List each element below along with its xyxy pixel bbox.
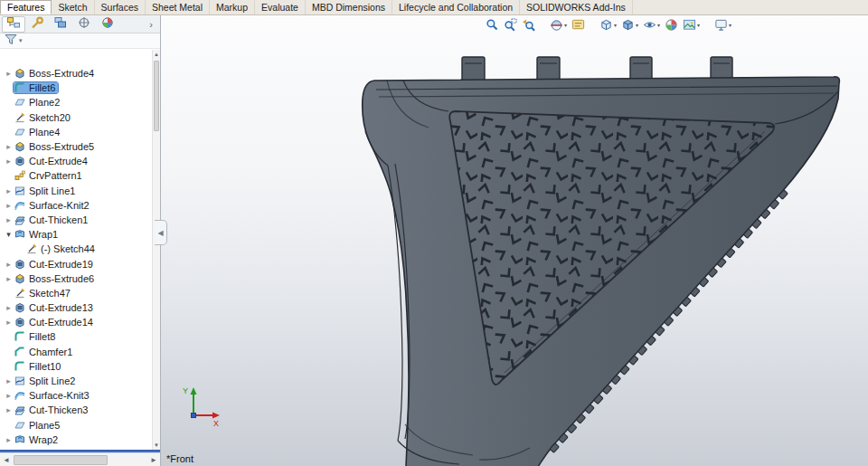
tree-item-fillet8[interactable]: Fillet8: [0, 329, 152, 344]
tree-item-label: Cut-Extrude4: [29, 156, 88, 166]
tree-item-fillet10[interactable]: Fillet10: [0, 359, 152, 374]
apply-scene-button[interactable]: ▾: [682, 17, 701, 33]
scroll-right-arrow[interactable]: ►: [147, 453, 160, 466]
tree-item-cut-extrude14[interactable]: ▸Cut-Extrude14: [0, 315, 152, 329]
item-content: Sketch47: [14, 288, 73, 299]
tree-item-wrap1[interactable]: ▾Wrap1: [0, 227, 152, 242]
ribbon-tab-sheet-metal[interactable]: Sheet Metal: [146, 0, 210, 14]
panel-tabs-expand-chevron[interactable]: ›: [149, 19, 153, 30]
tree-item-boss-extrude4[interactable]: ▸Boss-Extrude4: [0, 66, 152, 81]
feature-manager-tab[interactable]: [2, 16, 25, 33]
dynamic-annotation-views-button[interactable]: [571, 17, 586, 33]
expand-arrow-icon[interactable]: ▸: [4, 435, 14, 444]
tree-item-boss-extrude5[interactable]: ▸Boss-Extrude5: [0, 139, 152, 154]
section-view-icon: [550, 18, 563, 32]
tree-item-cut-extrude19[interactable]: ▸Cut-Extrude19: [0, 256, 152, 271]
tree-item-label: Sketch20: [29, 112, 71, 123]
tree-item-cut-thicken1[interactable]: ▸Cut-Thicken1: [0, 213, 152, 227]
display-manager-icon: [100, 16, 115, 33]
ribbon-tab-mbd-dimensions[interactable]: MBD Dimensions: [306, 0, 392, 14]
previous-view-button[interactable]: [521, 17, 536, 33]
item-content: Sketch20: [14, 112, 73, 123]
filter-caret-icon[interactable]: ▾: [19, 37, 23, 44]
tree-item-chamfer1[interactable]: Chamfer1: [0, 345, 152, 359]
property-manager-tab[interactable]: [25, 16, 49, 33]
tree-item-label: Chamfer1: [29, 347, 72, 357]
tree-item-wrap2[interactable]: ▸Wrap2: [0, 433, 152, 447]
view-settings-icon: [714, 18, 728, 32]
graphics-area[interactable]: ▾▾▾▾▾▾: [161, 15, 868, 466]
expand-arrow-icon[interactable]: ▸: [4, 69, 14, 78]
tree-item-sketch44[interactable]: (-) Sketch44: [0, 242, 152, 256]
tree-item-cut-thicken3[interactable]: ▸Cut-Thicken3: [0, 403, 152, 417]
tree-item-crvpattern1[interactable]: CrvPattern1: [0, 168, 152, 183]
tree-item-cut-extrude13[interactable]: ▸Cut-Extrude13: [0, 300, 152, 315]
tree-item-plane5[interactable]: Plane5: [0, 418, 152, 433]
scroll-left-arrow[interactable]: ◄: [0, 453, 13, 466]
panel-collapse-arrow[interactable]: ◀: [155, 220, 167, 245]
display-manager-tab[interactable]: [96, 16, 119, 33]
tree-item-label: CrvPattern1: [29, 170, 82, 181]
ribbon-tab-features[interactable]: Features: [0, 0, 52, 14]
horizontal-scroll-thumb[interactable]: [14, 455, 108, 465]
filter-funnel-icon[interactable]: [5, 33, 17, 49]
expand-arrow-icon[interactable]: ▸: [4, 274, 14, 283]
part-model[interactable]: [161, 15, 867, 466]
expand-arrow-icon[interactable]: ▸: [4, 215, 14, 224]
expand-arrow-icon[interactable]: ▸: [4, 186, 14, 195]
expand-arrow-icon[interactable]: ▸: [4, 303, 14, 312]
ribbon-tab-evaluate[interactable]: Evaluate: [255, 0, 306, 14]
tree-item-label: Cut-Extrude13: [29, 302, 93, 313]
tree-horizontal-scrollbar[interactable]: ◄ ►: [0, 452, 160, 466]
display-style-button[interactable]: ▾: [620, 17, 639, 33]
section-view-button[interactable]: ▾: [549, 17, 568, 33]
dimxpert-manager-tab[interactable]: [72, 16, 96, 33]
expand-arrow-icon[interactable]: ▸: [4, 391, 14, 400]
pattern-icon: [14, 170, 26, 181]
tree-item-plane4[interactable]: Plane4: [0, 125, 152, 139]
view-settings-button[interactable]: ▾: [713, 17, 732, 33]
tree-item-split-line1[interactable]: ▸Split Line1: [0, 184, 152, 198]
configuration-manager-tab[interactable]: [49, 16, 72, 33]
tree-item-label: Split Line2: [29, 376, 75, 386]
expand-arrow-icon[interactable]: ▸: [4, 376, 14, 385]
view-orientation-button[interactable]: ▾: [599, 17, 618, 33]
ribbon-tab-lifecycle-and-collaboration[interactable]: Lifecycle and Collaboration: [392, 0, 520, 14]
item-content: Cut-Extrude13: [14, 302, 96, 313]
expand-arrow-icon[interactable]: ▸: [4, 260, 14, 269]
tree-item-plane2[interactable]: Plane2: [0, 95, 152, 109]
edit-appearance-button[interactable]: [664, 17, 679, 33]
hide-show-items-button[interactable]: ▾: [642, 17, 661, 33]
tree-item-fillet6[interactable]: Fillet6: [0, 81, 152, 95]
item-content: CrvPattern1: [14, 170, 85, 181]
ribbon-tab-solidworks-add-ins[interactable]: SOLIDWORKS Add-Ins: [520, 0, 633, 14]
triad-x-label: X: [213, 419, 219, 428]
tree-item-sketch47[interactable]: Sketch47: [0, 286, 152, 300]
ribbon-tab-markup[interactable]: Markup: [210, 0, 255, 14]
expand-arrow-icon[interactable]: ▸: [4, 405, 14, 414]
dropdown-caret-icon: ▾: [729, 22, 731, 28]
tree-item-surface-knit3[interactable]: ▸Surface-Knit3: [0, 388, 152, 403]
item-content: Cut-Extrude19: [14, 259, 96, 270]
expand-arrow-icon[interactable]: ▸: [4, 142, 14, 151]
expand-arrow-icon[interactable]: ▸: [4, 318, 14, 327]
expand-arrow-icon[interactable]: ▸: [4, 157, 14, 166]
expand-arrow-icon[interactable]: ▾: [4, 230, 14, 239]
feature-manager-panel: › ▾ ▸Boss-Extrude4Fillet6Plane2Sketch20P…: [0, 15, 161, 466]
tree-item-surface-knit2[interactable]: ▸Surface-Knit2: [0, 198, 152, 213]
scroll-up-arrow[interactable]: ▲: [153, 50, 160, 59]
zoom-to-area-button[interactable]: [503, 17, 518, 33]
ribbon-tab-surfaces[interactable]: Surfaces: [95, 0, 146, 14]
vertical-scroll-thumb[interactable]: [154, 61, 159, 131]
tree-item-label: Boss-Extrude4: [29, 68, 94, 79]
tree-item-sketch20[interactable]: Sketch20: [0, 110, 152, 125]
boss-extrude-icon: [14, 273, 26, 284]
ribbon-tab-sketch[interactable]: Sketch: [52, 0, 94, 14]
tree-item-split-line2[interactable]: ▸Split Line2: [0, 374, 152, 388]
scroll-down-arrow[interactable]: ▼: [153, 441, 160, 450]
expand-arrow-icon[interactable]: ▸: [4, 201, 14, 210]
tree-item-boss-extrude6[interactable]: ▸Boss-Extrude6: [0, 271, 152, 286]
tree-vertical-scrollbar[interactable]: ▲ ▼: [152, 50, 160, 450]
tree-item-cut-extrude4[interactable]: ▸Cut-Extrude4: [0, 154, 152, 168]
zoom-to-fit-button[interactable]: [485, 17, 500, 33]
